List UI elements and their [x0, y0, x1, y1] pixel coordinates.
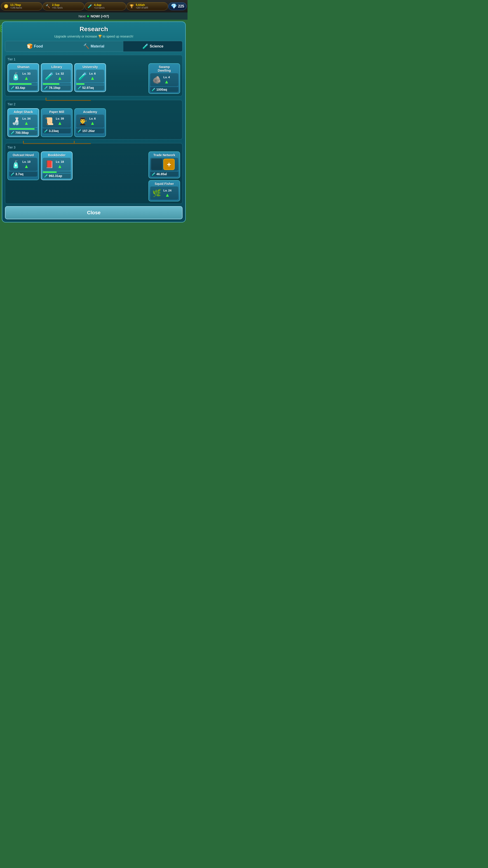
university-title: University — [76, 65, 104, 69]
outcast-cost-icon: 🧪 — [11, 172, 14, 176]
tab-food[interactable]: 🍞 Food — [5, 41, 64, 52]
paper-mill-title: Paper Mill — [43, 110, 71, 114]
library-upgrade-arrow: ▲ — [57, 76, 62, 81]
trade-network-image — [151, 159, 162, 170]
close-label: Close — [87, 210, 101, 215]
academy-icon: 👨‍🎓 — [77, 116, 88, 127]
flask-main: 4.4ap — [94, 3, 105, 6]
academy-cost: 157.26ar — [82, 129, 95, 133]
library-title: Library — [43, 65, 71, 69]
next-label: Next — [78, 14, 86, 18]
library-card[interactable]: Library 🧪 Lv. 32 ▲ 🧪 78.19ap — [41, 63, 72, 92]
hammer-resource: 🔨 2.5ap +43.7am/s — [43, 2, 84, 10]
outcast-hovel-title: Outcast Hovel — [9, 153, 37, 157]
trophy-sub: +287.97af/R — [136, 6, 148, 9]
adept-shack-arrow: ▲ — [24, 121, 29, 126]
bookbinder-level: Lv. 18 — [56, 160, 64, 163]
gem-icon: 💎 — [171, 3, 177, 9]
tier3-section: Tier 3 Outcast Hovel 🧴 Lv. 10 ▲ 🧪 3.7 — [5, 143, 183, 204]
bookbinder-cost-icon: 🧪 — [44, 174, 48, 178]
shaman-cost-icon: 🧪 — [11, 86, 14, 90]
library-cost-icon: 🧪 — [44, 86, 48, 90]
shaman-upgrade-arrow: ▲ — [24, 76, 29, 81]
outcast-hovel-card[interactable]: Outcast Hovel 🧴 Lv. 10 ▲ 🧪 3.7aq — [7, 151, 39, 180]
library-cost: 78.19ap — [49, 86, 60, 90]
science-tab-label: Science — [150, 44, 163, 49]
adept-cost-icon: 🧪 — [11, 131, 14, 134]
tier3-layout: Outcast Hovel 🧴 Lv. 10 ▲ 🧪 3.7aq Boo — [7, 151, 180, 202]
paper-cost-icon: 🧪 — [44, 129, 48, 133]
adept-shack-card[interactable]: Adept Shack 🍶 Lv. 34 ▲ 🧪 700.58ap — [7, 108, 39, 137]
bookbinder-icon: 📕 — [43, 159, 55, 170]
swamp-dwelling-level: Lv. 4 — [163, 75, 170, 79]
academy-title: Academy — [76, 110, 104, 114]
library-level: Lv. 32 — [56, 72, 64, 75]
university-cost-icon: 🧪 — [77, 86, 81, 90]
next-bar: Next ● NOW! (+57) — [0, 12, 188, 20]
squid-fisher-arrow: ▲ — [165, 193, 170, 197]
swamp-dwelling-title: SwampDwelling — [150, 65, 178, 72]
paper-mill-icon: 📜 — [43, 116, 55, 127]
trade-network-title: Trade Network — [150, 153, 178, 157]
flask-icon: 🧪 — [87, 3, 93, 9]
paper-cost: 3.23aq — [49, 129, 59, 133]
trade-network-card[interactable]: Trade Network + 🧪 46.85al — [149, 151, 180, 178]
outcast-hovel-icon: 🧴 — [10, 159, 22, 170]
outcast-hovel-arrow: ▲ — [24, 164, 29, 169]
academy-cost-icon: 🧪 — [77, 129, 81, 133]
shaman-title: Shaman — [9, 65, 37, 69]
gold-sub: +148.4am/s — [10, 6, 22, 9]
gold-resource: 🪙 13.79ap +148.4am/s — [1, 2, 42, 10]
tier3-label: Tier 3 — [7, 146, 180, 149]
shaman-card[interactable]: Shaman 🧴 Lv. 33 ▲ 🧪 83.4ap — [7, 63, 39, 92]
trophy-resource: 🏆 5.64ah +287.97af/R — [127, 2, 168, 10]
tab-material[interactable]: 🔨 Material — [64, 41, 123, 52]
bookbinder-title: Bookbinder — [43, 153, 71, 157]
material-tab-icon: 🔨 — [83, 43, 89, 49]
outcast-cost: 3.7aq — [15, 172, 24, 176]
gem-count: 225 — [178, 4, 184, 8]
hammer-sub: +43.7am/s — [52, 6, 63, 9]
tier1-label: Tier 1 — [7, 57, 180, 61]
material-tab-label: Material — [91, 44, 104, 49]
tab-science[interactable]: 🧪 Science — [123, 41, 182, 52]
squid-fisher-title: Squid Fisher — [150, 182, 178, 186]
bookbinder-card[interactable]: Bookbinder 📕 Lv. 18 ▲ 🧪 992.31ap — [41, 151, 72, 180]
university-level: Lv. 6 — [89, 72, 96, 75]
flask-sub: +13.5am/s — [94, 6, 105, 9]
hammer-icon: 🔨 — [45, 3, 51, 9]
tier1-section: Tier 1 Shaman 🧴 Lv. 33 ▲ 🧪 83.4ap — [5, 55, 183, 96]
close-button[interactable]: Close — [5, 206, 183, 219]
library-icon: 🧪 — [43, 70, 55, 82]
shaman-level: Lv. 33 — [22, 72, 31, 75]
adept-cost: 700.58ap — [15, 131, 29, 134]
tier2-section: Tier 2 Adept Shack 🍶 Lv. 34 ▲ 🧪 700.58ap — [5, 100, 183, 140]
paper-mill-arrow: ▲ — [57, 121, 62, 126]
next-status: NOW! (+57) — [91, 14, 109, 18]
squid-fisher-card[interactable]: Squid Fisher 🌿 Lv. 24 ▲ — [149, 180, 180, 202]
university-upgrade-arrow: ▲ — [90, 76, 95, 81]
science-tab-icon: 🧪 — [142, 43, 149, 49]
tier3-left: Outcast Hovel 🧴 Lv. 10 ▲ 🧪 3.7aq Boo — [7, 151, 72, 180]
research-modal: Research Upgrade university or increase … — [2, 22, 186, 222]
tier1-center: Library 🧪 Lv. 32 ▲ 🧪 78.19ap — [41, 63, 147, 92]
hammer-main: 2.5ap — [52, 3, 63, 6]
next-dot: ● — [87, 14, 89, 19]
shaman-cost: 83.4ap — [15, 86, 25, 90]
squid-fisher-icon: 🌿 — [151, 187, 162, 199]
trade-cost: 46.85al — [156, 172, 167, 176]
university-card[interactable]: University 🧪 Lv. 6 ▲ 🧪 52.97aq — [74, 63, 106, 92]
academy-card[interactable]: Academy 👨‍🎓 Lv. 6 ▲ 🧪 157.26ar — [74, 108, 106, 137]
swamp-dwelling-upgrade-arrow: ▲ — [164, 79, 169, 84]
outcast-hovel-level: Lv. 10 — [22, 160, 31, 163]
tier2-label: Tier 2 — [7, 102, 180, 106]
trade-network-plus-button[interactable]: + — [163, 159, 175, 170]
swamp-dwelling-card[interactable]: SwampDwelling 🪨 Lv. 4 ▲ 🧪 1000aq — [149, 63, 180, 94]
tier2-cards: Adept Shack 🍶 Lv. 34 ▲ 🧪 700.58ap Paper … — [7, 108, 180, 137]
paper-mill-card[interactable]: Paper Mill 📜 Lv. 39 ▲ 🧪 3.23aq — [41, 108, 72, 137]
research-tabs: 🍞 Food 🔨 Material 🧪 Science — [5, 41, 183, 52]
gold-main: 13.79ap — [10, 3, 22, 6]
university-cost: 52.97aq — [82, 86, 94, 90]
gold-icon: 🪙 — [3, 3, 9, 9]
modal-subtitle: Upgrade university or increase 🏆 to spee… — [5, 35, 183, 38]
